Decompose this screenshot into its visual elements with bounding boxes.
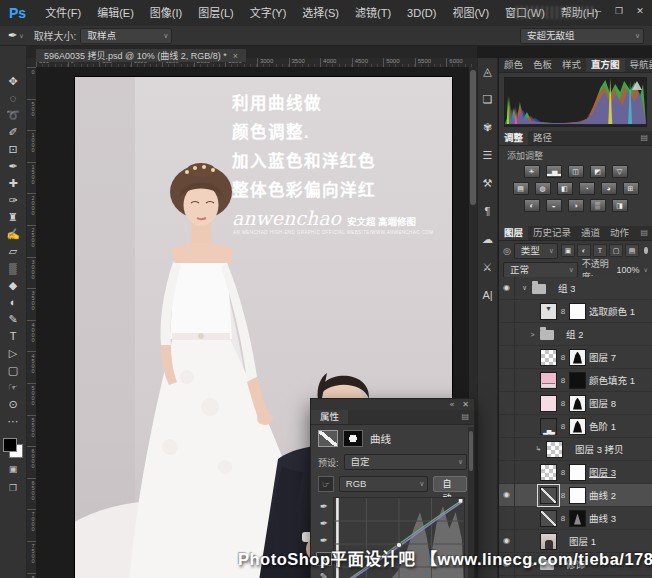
- character-panel-icon[interactable]: A|: [482, 288, 492, 303]
- layer-mask-link-icon[interactable]: 8: [560, 468, 566, 477]
- brightness-contrast-icon[interactable]: ☀: [524, 165, 540, 178]
- healing-brush-tool[interactable]: ✚: [0, 175, 26, 192]
- layer-row[interactable]: ∨ 组 3: [499, 277, 652, 300]
- layer-mask-thumbnail[interactable]: [569, 303, 586, 320]
- layer-visibility-toggle[interactable]: [499, 415, 515, 437]
- curve-pencil-tool-icon[interactable]: ✎: [320, 571, 328, 578]
- filter-icon[interactable]: ▣: [561, 244, 575, 257]
- workspace-select[interactable]: 安超无敌组: [520, 28, 644, 44]
- layer-name[interactable]: 曲线 3: [589, 511, 616, 525]
- layer-name[interactable]: 图层 3: [589, 465, 616, 479]
- black-white-icon[interactable]: ◧: [557, 182, 573, 195]
- layer-mask-link-icon[interactable]: 8: [560, 399, 566, 408]
- layer-thumbnail[interactable]: [540, 349, 557, 366]
- photo-filter-icon[interactable]: ◔: [579, 182, 595, 195]
- layer-mask-icon[interactable]: [343, 430, 363, 447]
- quick-selection-tool[interactable]: ✐: [0, 124, 26, 141]
- layer-expand-caret[interactable]: ∨: [520, 284, 529, 292]
- layer-visibility-toggle[interactable]: [499, 346, 515, 368]
- layer-thumbnail[interactable]: [540, 330, 554, 340]
- layer-mask-link-icon[interactable]: 8: [560, 353, 566, 362]
- path-selection-tool[interactable]: ▷: [0, 345, 26, 362]
- curves-icon[interactable]: ◫: [568, 165, 584, 178]
- preset-select[interactable]: 自定: [344, 454, 467, 470]
- layer-name[interactable]: 图层 3 拷贝: [575, 442, 624, 456]
- layer-thumbnail[interactable]: [540, 395, 557, 412]
- layer-mask-thumbnail[interactable]: [569, 487, 586, 504]
- stamp-panel-icon[interactable]: ⚒: [483, 176, 493, 191]
- marquee-tool[interactable]: ◌: [0, 90, 26, 107]
- layer-thumbnail[interactable]: [540, 510, 557, 527]
- opacity-value[interactable]: 100%: [617, 265, 640, 275]
- dodge-tool[interactable]: ◐: [0, 294, 26, 311]
- auto-button[interactable]: 自动: [433, 476, 467, 492]
- layer-mask-thumbnail[interactable]: [569, 349, 586, 366]
- layer-expand-caret[interactable]: ↳: [534, 445, 543, 453]
- layer-visibility-toggle[interactable]: [499, 484, 515, 506]
- layer-thumbnail[interactable]: [540, 418, 557, 435]
- filter-icon[interactable]: ▢: [609, 244, 623, 257]
- collapse-panel-icon[interactable]: «: [450, 400, 454, 409]
- panel-tab[interactable]: 色板: [528, 58, 557, 72]
- layer-visibility-toggle[interactable]: [499, 369, 515, 391]
- gradient-map-icon[interactable]: ▒: [590, 199, 606, 212]
- panel-tab[interactable]: 颜色: [499, 58, 528, 72]
- layer-name[interactable]: 图层 7: [589, 350, 616, 364]
- layer-mask-link-icon[interactable]: 8: [560, 307, 566, 316]
- gradient-tool[interactable]: ▒: [0, 260, 26, 277]
- history-brush-tool[interactable]: ✍: [0, 226, 26, 243]
- layer-mask-link-icon[interactable]: 8: [560, 514, 566, 523]
- brush-tool[interactable]: ✑: [0, 192, 26, 209]
- document-close-icon[interactable]: ×: [233, 51, 238, 61]
- layer-name[interactable]: 图层 8: [589, 396, 616, 410]
- type-tool[interactable]: T: [0, 328, 26, 345]
- tool-presets-panel-icon[interactable]: ⚔: [483, 260, 493, 275]
- color-lookup-icon[interactable]: ⊞: [623, 182, 639, 195]
- brush-settings-panel-icon[interactable]: ☰: [483, 148, 493, 163]
- vibrance-icon[interactable]: ▽: [612, 165, 628, 178]
- move-tool[interactable]: ✥: [0, 73, 26, 90]
- panel-tab[interactable]: 历史记录: [528, 226, 576, 240]
- channel-select[interactable]: RGB: [339, 476, 429, 492]
- menu-item[interactable]: 图像(I): [142, 0, 190, 26]
- layer-mask-thumbnail[interactable]: [569, 464, 586, 481]
- layer-mask-thumbnail[interactable]: [569, 418, 586, 435]
- scrollbar-thumb[interactable]: [470, 70, 476, 205]
- filter-type-select[interactable]: 类型: [514, 243, 558, 259]
- pen-tool[interactable]: ✎: [0, 311, 26, 328]
- menu-item[interactable]: 编辑(E): [89, 0, 142, 26]
- panel-menu-icon[interactable]: ▤: [636, 226, 652, 240]
- layer-row[interactable]: 8 颜色填充 1: [499, 369, 652, 392]
- layer-mask-thumbnail[interactable]: [569, 372, 586, 389]
- menu-item[interactable]: 文字(Y): [242, 0, 295, 26]
- layer-visibility-toggle[interactable]: [499, 438, 515, 460]
- layer-thumbnail[interactable]: [546, 441, 563, 458]
- layer-row[interactable]: 8 图层 3: [499, 461, 652, 484]
- clone-source-panel-icon[interactable]: ❏: [483, 92, 493, 107]
- screen-mode-button[interactable]: ❐: [0, 481, 26, 496]
- panel-tab[interactable]: 样式: [557, 58, 586, 72]
- targeted-adjustment-icon[interactable]: ☞: [318, 476, 334, 492]
- crop-tool[interactable]: ⊡: [0, 141, 26, 158]
- menu-item[interactable]: 图层(L): [190, 0, 241, 26]
- layer-mask-link-icon[interactable]: 8: [560, 376, 566, 385]
- layer-name[interactable]: 组 2: [566, 327, 583, 341]
- quick-mask-button[interactable]: ▣: [0, 462, 26, 477]
- edit-toolbar-button[interactable]: ⋯: [0, 413, 26, 430]
- layer-row[interactable]: 8 图层 8: [499, 392, 652, 415]
- layer-mask-thumbnail[interactable]: [569, 510, 586, 527]
- threshold-icon[interactable]: ◑: [568, 199, 584, 212]
- window-control-button[interactable]: ─: [592, 0, 604, 22]
- layer-row[interactable]: 8 色阶 1: [499, 415, 652, 438]
- scrollbar-thumb[interactable]: [469, 431, 473, 471]
- layer-visibility-toggle[interactable]: [499, 392, 515, 414]
- layer-visibility-toggle[interactable]: [499, 300, 515, 322]
- current-tool-icon[interactable]: ✒: [8, 29, 17, 42]
- window-control-button[interactable]: ✕: [634, 0, 646, 22]
- blend-mode-select[interactable]: 正常: [503, 262, 578, 278]
- menu-item[interactable]: 视图(V): [444, 0, 497, 26]
- properties-tab[interactable]: 属性: [311, 410, 348, 424]
- layer-expand-caret[interactable]: >: [528, 331, 537, 338]
- invert-icon[interactable]: ◐: [524, 199, 540, 212]
- paragraph-panel-icon[interactable]: ¶: [485, 204, 491, 219]
